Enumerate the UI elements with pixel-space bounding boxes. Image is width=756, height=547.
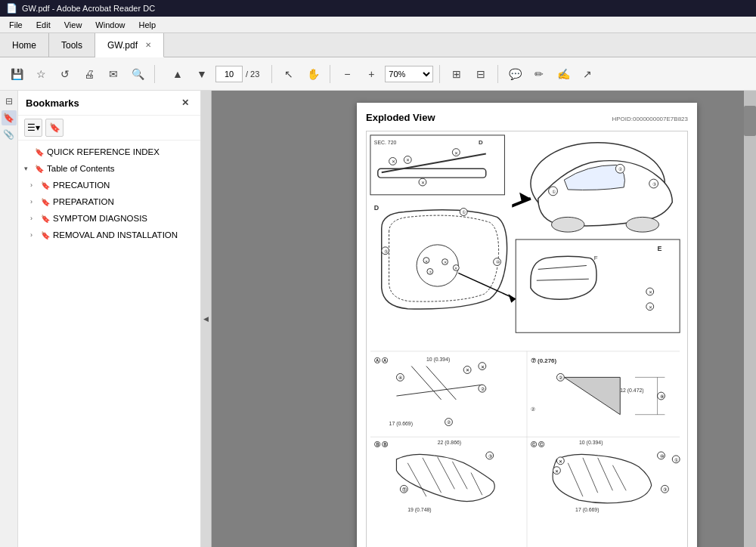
menu-window[interactable]: Window (89, 19, 131, 31)
bookmarks-view-btn[interactable]: ☰▾ (24, 119, 42, 137)
search-button[interactable]: 🔍 (127, 63, 148, 85)
svg-text:②: ② (531, 406, 535, 412)
cursor-tool-button[interactable]: ↖ (278, 63, 299, 85)
sign-button[interactable]: ✍ (553, 63, 574, 85)
right-scrollbar[interactable] (744, 91, 756, 547)
share-button[interactable]: ↗ (577, 63, 598, 85)
save-button[interactable]: 💾 (6, 63, 27, 85)
page-down-button[interactable]: ▼ (191, 63, 212, 85)
svg-text:E: E (658, 245, 662, 252)
quick-ref-bookmark-icon: 🔖 (35, 148, 44, 156)
main-layout: ⊟ 🔖 📎 Bookmarks ✕ ☰▾ 🔖 🔖 QUICK REFERENCE… (0, 91, 756, 547)
svg-text:⑧: ⑧ (660, 394, 664, 399)
fit-page-button[interactable]: ⊞ (446, 63, 467, 85)
tab-file-label: GW.pdf (107, 40, 138, 51)
pages-icon-button[interactable]: ⊟ (2, 94, 17, 109)
svg-rect-44 (516, 240, 680, 332)
svg-text:⑤: ⑤ (384, 249, 388, 254)
svg-text:19 (0.748): 19 (0.748) (407, 507, 431, 513)
toolbar-sep-5 (497, 65, 498, 83)
page-up-button[interactable]: ▲ (167, 63, 188, 85)
zoom-select[interactable]: 70% 50% 75% 100% 125% 150% (385, 66, 433, 82)
svg-text:①: ① (674, 458, 678, 462)
svg-text:④: ④ (398, 375, 402, 380)
draw-button[interactable]: ✏ (528, 63, 550, 85)
app-icon: 📄 (6, 3, 17, 14)
svg-line-86 (438, 457, 455, 489)
print-button[interactable]: 🖨 (79, 63, 100, 85)
preparation-label: PREPARATION (53, 197, 194, 206)
bookmark-item-removal[interactable]: › 🔖 REMOVAL AND INSTALLATION (18, 227, 200, 243)
menu-file[interactable]: File (3, 19, 29, 31)
precaution-label: PRECAUTION (53, 181, 194, 190)
fit-width-button[interactable]: ⊟ (470, 63, 491, 85)
panel-collapse-handle[interactable]: ◀ (201, 91, 212, 547)
bookmarks-expand-btn[interactable]: 🔖 (45, 119, 64, 137)
menu-help[interactable]: Help (132, 19, 162, 31)
svg-text:Ⓒ Ⓒ: Ⓒ Ⓒ (531, 441, 545, 448)
svg-text:✕: ✕ (555, 469, 559, 474)
bookmark-item-toc[interactable]: ▾ 🔖 Table of Contents (18, 160, 200, 177)
zoom-in-button[interactable]: + (361, 63, 382, 85)
preparation-arrow: › (30, 198, 38, 206)
pdf-ref: HPOID:0000000007E7B823 (612, 116, 688, 122)
menu-edit[interactable]: Edit (30, 19, 57, 31)
svg-point-15 (552, 217, 584, 232)
bookmarks-tree: 🔖 QUICK REFERENCE INDEX ▾ 🔖 Table of Con… (18, 141, 200, 547)
bookmark-item-symptom[interactable]: › 🔖 SYMPTOM DIAGNOSIS (18, 210, 200, 227)
svg-point-16 (626, 217, 658, 232)
rotate-button[interactable]: ↺ (54, 63, 76, 85)
svg-line-88 (471, 473, 482, 496)
star-button[interactable]: ☆ (30, 63, 51, 85)
svg-line-97 (583, 458, 598, 493)
tab-close-button[interactable]: ✕ (145, 41, 151, 49)
menu-bar: File Edit View Window Help (0, 17, 756, 33)
svg-text:✕: ✕ (466, 368, 469, 372)
toc-arrow: ▾ (24, 165, 32, 172)
tab-file[interactable]: GW.pdf ✕ (95, 33, 164, 57)
toolbar-sep-2 (271, 65, 272, 83)
scrollbar-thumb[interactable] (744, 106, 756, 136)
svg-text:22 (0.866): 22 (0.866) (438, 440, 461, 446)
hand-tool-button[interactable]: ✋ (302, 63, 324, 85)
bookmarks-close-button[interactable]: ✕ (178, 95, 193, 110)
svg-point-27 (417, 245, 458, 286)
title-text: GW.pdf - Adobe Acrobat Reader DC (22, 4, 155, 13)
bookmark-item-quick-ref[interactable]: 🔖 QUICK REFERENCE INDEX (18, 144, 200, 160)
svg-text:✕: ✕ (444, 261, 447, 265)
symptom-label: SYMPTOM DIAGNOSIS (53, 214, 194, 223)
svg-text:②: ② (559, 375, 562, 380)
menu-view[interactable]: View (58, 19, 88, 31)
tab-home-label: Home (12, 40, 36, 51)
tab-tools-label: Tools (61, 40, 82, 51)
attachments-icon-button[interactable]: 📎 (2, 127, 17, 142)
left-icon-strip: ⊟ 🔖 📎 (0, 91, 18, 547)
toc-label: Table of Contents (47, 164, 194, 173)
svg-text:③: ③ (663, 487, 667, 492)
precaution-arrow: › (30, 181, 38, 189)
page-input[interactable] (215, 66, 243, 82)
svg-text:①: ① (462, 210, 466, 215)
svg-text:✕: ✕ (421, 181, 425, 185)
tab-bar: Home Tools GW.pdf ✕ (0, 33, 756, 57)
email-button[interactable]: ✉ (103, 63, 124, 85)
comment-button[interactable]: 💬 (504, 63, 525, 85)
bookmarks-title: Bookmarks (26, 97, 79, 109)
bookmarks-toolbar: ☰▾ 🔖 (18, 116, 200, 141)
tab-home[interactable]: Home (0, 33, 49, 57)
bookmark-item-precaution[interactable]: › 🔖 PRECAUTION (18, 177, 200, 193)
exploded-view-diagram: SEC. 720 D ✕ ✕ ✕ ✕ (366, 131, 688, 547)
removal-label: REMOVAL AND INSTALLATION (53, 230, 194, 240)
page-total: / 23 (246, 70, 259, 79)
tab-tools[interactable]: Tools (49, 33, 95, 57)
bookmarks-icon-button[interactable]: 🔖 (2, 110, 17, 125)
pdf-area[interactable]: Exploded View HPOID:0000000007E7B823 SEC… (310, 91, 744, 547)
svg-text:10 (0.394): 10 (0.394) (426, 357, 450, 363)
svg-text:✕: ✕ (454, 267, 457, 270)
toolbar: 💾 ☆ ↺ 🖨 ✉ 🔍 ▲ ▼ / 23 ↖ ✋ − + 70% 50% 75%… (0, 57, 756, 91)
toolbar-sep-3 (330, 65, 330, 83)
svg-text:17 (0.669): 17 (0.669) (389, 421, 413, 427)
zoom-out-button[interactable]: − (336, 63, 358, 85)
svg-text:✕: ✕ (559, 459, 562, 464)
bookmark-item-preparation[interactable]: › 🔖 PREPARATION (18, 193, 200, 210)
